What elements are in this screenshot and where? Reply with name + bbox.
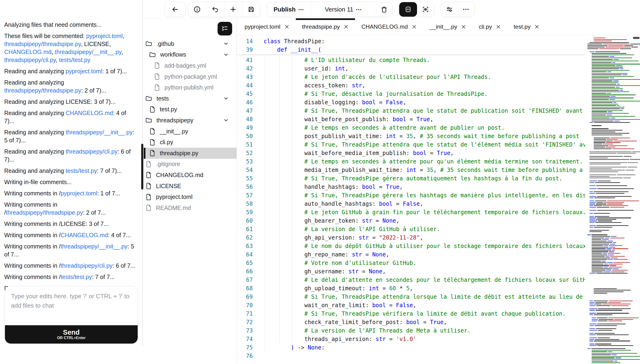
close-icon[interactable] [461,24,466,29]
tree-item--github[interactable]: .github [144,38,237,49]
more-button[interactable]: ••• [458,2,474,17]
send-button[interactable]: Send OR CTRL+Enter [5,325,138,344]
chat-text: , [121,48,123,55]
tree-item-tests[interactable]: tests [144,93,237,104]
send-label: Send [63,329,80,336]
code-text: check_rate_limit_before_post: bool = Tru… [264,319,447,326]
tree-item-python-publish-yml[interactable]: python-publish.yml [144,82,237,93]
code-editor[interactable]: 41 # L'ID utilisateur du compte Threads.… [237,54,585,364]
tab-threadspipe-py[interactable]: threadspipe.py [296,18,355,35]
preview-button[interactable] [417,2,434,17]
file-link[interactable]: pyproject.toml [86,33,123,39]
code-device-icon [404,5,412,14]
tree-item--gitignore[interactable]: .gitignore [144,159,237,170]
file-link[interactable]: threadspipepy/cli.py [61,262,113,269]
minimap-line [594,148,634,149]
chevron-down-icon[interactable] [223,95,229,102]
minimap-line [591,110,622,110]
file-tree-toggle-button[interactable] [218,22,232,36]
chevron-down-icon[interactable] [223,52,229,58]
chat-scrollbar-thumb[interactable] [141,144,143,190]
tree-item-add-badges-yml[interactable]: add-badges.yml [144,60,237,71]
indent-guide [292,56,292,343]
tab-test-py[interactable]: test.py [507,18,546,35]
tab--init-py[interactable]: __init__.py [423,18,473,35]
code-line: 39 def __init__( [237,46,585,54]
file-link[interactable]: threadspipepy/cli.py [4,56,56,63]
tree-item-python-package-yml[interactable]: python-package.yml [144,71,237,82]
file-link[interactable]: tests/test.py [59,56,90,63]
save-button[interactable] [242,2,260,17]
minimap-line [589,198,615,198]
chat-text: : 2 of 7)... [81,87,106,94]
editor-scrollbar-thumb[interactable] [633,37,639,39]
chat-input[interactable]: Type your edits here. type '/' or CTRL +… [5,286,138,310]
code-text: user_id: int, [264,65,348,72]
tree-item-pyproject-toml[interactable]: pyproject.toml [144,192,237,202]
tree-item-cli-py[interactable]: cli.py [144,137,237,148]
minimap-line [589,225,628,226]
code-line: 51 # Si True, ThreadsPipe attendra que l… [237,140,585,149]
info-button[interactable] [188,2,206,17]
file-link[interactable]: threadspipepy/__init__.py [55,48,121,55]
tree-item-threadspipepy[interactable]: threadspipepy [144,115,237,126]
minimap-line [591,265,616,266]
publish-button[interactable]: Publish ••• [267,2,311,17]
code-view-button[interactable] [399,2,417,17]
minimap-line [591,93,611,94]
undo-button[interactable] [206,2,224,17]
close-icon[interactable] [343,24,349,29]
code-text: gh_username: str = None, [264,268,386,275]
file-link[interactable]: threadspipepy/threadspipe.py [6,209,83,216]
version-more-icon[interactable]: ••• [356,8,362,12]
file-link[interactable]: tests/test.py [61,274,92,280]
file-link[interactable]: CHANGELOG.md [4,48,52,55]
file-link[interactable]: pyproject.toml [66,68,102,74]
close-icon[interactable] [496,24,501,29]
file-link[interactable]: threadspipepy/threadspipe.py [4,87,81,94]
code-line: 57 # Si True, ThreadsPipe gérera les has… [237,191,585,200]
minimap-line [591,73,627,74]
line-number: 57 [237,192,253,199]
tree-item--init-py[interactable]: __init__.py [144,126,237,137]
file-link[interactable]: threadspipepy/threadspipe.py [4,41,81,47]
version-button[interactable]: Version 11 ••• [311,2,376,17]
back-button[interactable] [165,2,185,17]
chevron-down-icon[interactable] [223,117,229,123]
file-link[interactable]: pyproject.toml [61,190,97,196]
file-link[interactable]: CHANGELOG.md [66,110,113,116]
close-icon[interactable] [412,24,417,29]
file-icon [145,161,152,168]
add-button[interactable] [224,2,242,17]
minimap-line [591,270,627,270]
close-icon[interactable] [284,24,289,29]
tree-item-license[interactable]: LICENSE [144,180,237,192]
tree-item-test-py[interactable]: test.py [144,104,237,115]
file-link[interactable]: CHANGELOG.md [61,232,108,238]
file-link[interactable]: threadspipepy/__init__.py [66,129,133,136]
tree-item-readme-md[interactable]: README.md [144,202,237,214]
tab-changelog-md[interactable]: CHANGELOG.md [355,18,423,35]
minimap-line [589,304,631,304]
close-icon[interactable] [534,24,539,29]
tree-item-threadspipe-py[interactable]: threadspipe.py [144,148,241,159]
file-link[interactable]: threadspipepy/cli.py [66,148,118,155]
minimap-line [589,172,618,172]
publish-more-icon[interactable]: ••• [298,8,304,12]
minimap-line [589,314,612,315]
chat-text: , LICENSE, [81,41,111,47]
minimap[interactable] [585,36,640,364]
settings-sliders-button[interactable] [441,2,458,17]
minimap-line [589,231,602,232]
minimap-line [591,272,624,272]
tab-pyproject-toml[interactable]: pyproject.toml [238,18,296,35]
file-link[interactable]: tests/test.py [66,168,97,174]
active-tab-indicator [472,18,507,20]
file-link[interactable]: threadspipepy/__init__.py [61,243,128,250]
tree-item-workflows[interactable]: workflows [144,49,237,60]
tab-cli-py[interactable]: cli.py [472,18,507,35]
tree-item-changelog-md[interactable]: CHANGELOG.md [144,170,237,180]
delete-version-button[interactable] [376,2,392,17]
chevron-down-icon[interactable] [223,41,229,47]
minimap-line [591,114,612,115]
